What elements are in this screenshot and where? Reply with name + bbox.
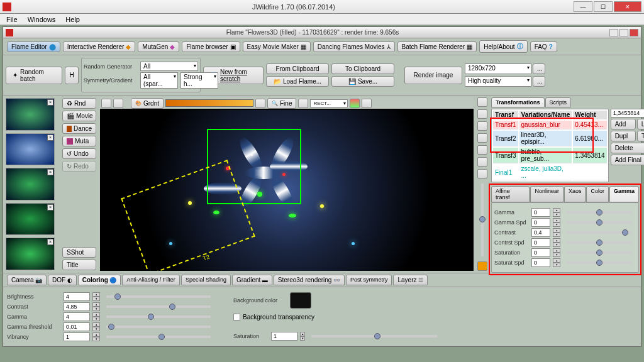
menu-help[interactable]: Help <box>62 14 84 25</box>
gt-input[interactable] <box>64 322 90 331</box>
hue-select[interactable]: Strong h... <box>180 72 218 89</box>
tool5[interactable] <box>362 99 372 108</box>
stepper[interactable]: ▴▾ <box>553 218 560 227</box>
help-about-tab[interactable]: Help/Aboutⓘ <box>479 40 527 53</box>
undo-button[interactable]: ↺ Undo <box>62 148 96 159</box>
gp-gamma-slider[interactable] <box>567 211 632 214</box>
render-canvas[interactable]: 🎨Grdnt 🔍Fine RECT... <box>100 97 474 271</box>
to-clipboard-button[interactable]: To Clipboard <box>331 63 394 74</box>
tool3[interactable] <box>255 99 265 108</box>
gt-slider[interactable] <box>106 326 211 328</box>
t-button[interactable]: T <box>637 131 644 141</box>
quality-select[interactable]: High quality <box>465 76 531 87</box>
bgtrans-checkbox[interactable] <box>233 314 240 321</box>
faq-tab[interactable]: FAQ? <box>530 41 557 52</box>
stepper[interactable]: ▴▾ <box>553 238 560 247</box>
symmetry-select[interactable]: All (spar... <box>140 72 178 89</box>
h-button[interactable]: H <box>65 67 79 84</box>
color-tab[interactable]: Color <box>586 186 609 202</box>
gp-satspd-slider[interactable] <box>567 261 632 264</box>
dancing-movies-tab[interactable]: Dancing Flames Movies⅄ <box>313 41 395 52</box>
save-button[interactable]: 💾 Save... <box>331 76 394 87</box>
gp-contrast-slider[interactable] <box>567 231 632 234</box>
grdnt-button[interactable]: 🎨Grdnt <box>131 98 164 109</box>
transform-table[interactable]: TransfVariations/NameWeight Transf1gauss… <box>491 109 609 182</box>
redo-button[interactable]: ↻ Redo <box>62 161 96 172</box>
shading-tab[interactable]: Special Shading <box>181 275 231 285</box>
thumbnail[interactable]: × <box>6 168 55 200</box>
contrast-slider[interactable] <box>106 305 211 308</box>
dupl-button[interactable]: Dupl <box>611 131 636 141</box>
mutagen-tab[interactable]: MutaGen◆ <box>138 41 179 52</box>
stereo-tab[interactable]: Stereo3d rendering 👓 <box>274 275 345 285</box>
color-tool[interactable] <box>350 99 360 108</box>
palette5[interactable] <box>477 145 487 155</box>
sshot-button[interactable]: SShot <box>62 247 96 258</box>
easy-movie-maker-tab[interactable]: Easy Movie Maker▦ <box>243 41 311 52</box>
sub-close-button[interactable] <box>630 29 638 36</box>
gamma-input[interactable] <box>64 312 90 321</box>
add-final-button[interactable]: Add Final <box>611 155 644 165</box>
stepper[interactable]: ▴▾ <box>92 332 100 341</box>
thumbnail[interactable]: × <box>6 203 55 236</box>
affine-tab[interactable]: Affine transf <box>491 186 530 202</box>
resolution-more-button[interactable]: ... <box>533 63 545 74</box>
palette4[interactable] <box>477 133 487 143</box>
thumb-close[interactable]: × <box>47 134 53 141</box>
title-button[interactable]: Title <box>62 260 96 270</box>
gp-gammaspd-slider[interactable] <box>567 221 632 224</box>
palette3[interactable] <box>477 121 487 131</box>
resolution-select[interactable]: 1280x720 <box>465 63 531 74</box>
coloring-tab[interactable]: Coloring 🔵 <box>78 275 121 285</box>
maximize-button[interactable]: ☐ <box>594 1 613 12</box>
stepper[interactable]: ▴▾ <box>92 292 100 301</box>
from-clipboard-button[interactable]: From Clipboard <box>266 63 329 74</box>
transformations-tab[interactable]: Transformations <box>491 97 545 107</box>
load-flame-button[interactable]: 📂 Load Flame... <box>266 76 329 87</box>
stepper[interactable]: ▴▾ <box>553 228 560 237</box>
stepper[interactable]: ▴▾ <box>553 208 560 217</box>
batch-renderer-tab[interactable]: Batch Flame Renderer▦ <box>397 41 477 52</box>
interactive-renderer-tab[interactable]: Interactive Renderer◆ <box>63 41 136 52</box>
thumbnail[interactable]: × <box>6 133 55 166</box>
camera-tab[interactable]: Camera 📷 <box>7 275 47 285</box>
gp-gammaspd-input[interactable] <box>531 218 550 227</box>
gp-satspd-input[interactable] <box>531 258 550 267</box>
palette6[interactable] <box>477 157 487 167</box>
weight-input[interactable] <box>611 109 644 118</box>
dof-tab[interactable]: DOF ◐ <box>48 275 77 285</box>
palette7[interactable] <box>477 169 487 178</box>
scripts-tab[interactable]: Scripts <box>545 97 572 107</box>
sat-slider[interactable] <box>311 335 437 337</box>
menu-windows[interactable]: Windows <box>24 14 60 25</box>
gradient-tab[interactable]: Gradient ▬ <box>232 275 272 285</box>
stepper[interactable]: ▴▾ <box>92 322 100 331</box>
dance-button[interactable]: Dance <box>62 123 96 134</box>
rnd-button[interactable]: ♻ Rnd <box>62 98 96 109</box>
flame-editor-tab[interactable]: Flame Editor⬤ <box>7 41 60 52</box>
gamma-tab[interactable]: Gamma <box>609 186 639 202</box>
stepper[interactable]: ▴▾ <box>553 248 560 257</box>
gp-contrast-input[interactable] <box>531 228 550 237</box>
add-button[interactable]: Add <box>611 119 636 129</box>
palette1[interactable] <box>477 97 487 107</box>
gamma-slider[interactable] <box>106 315 211 318</box>
stepper[interactable]: ▴▾ <box>300 332 305 341</box>
random-batch-button[interactable]: ✦ Random batch <box>6 67 62 84</box>
thumbnail[interactable]: × <box>6 98 55 131</box>
gp-gamma-input[interactable] <box>531 208 550 217</box>
stepper[interactable]: ▴▾ <box>92 302 100 311</box>
delete-button[interactable]: Delete <box>611 143 644 153</box>
stepper[interactable]: ▴▾ <box>553 258 560 267</box>
shape-select[interactable]: RECT... <box>310 99 348 107</box>
brightness-slider[interactable] <box>106 295 211 298</box>
contrast-input[interactable] <box>64 302 90 311</box>
render-image-button[interactable]: Render image <box>404 67 462 84</box>
gp-contrstspd-slider[interactable] <box>567 241 632 244</box>
aa-tab[interactable]: Anti-Aliasing / Filter <box>122 275 180 285</box>
muta-button[interactable]: Muta <box>62 136 96 146</box>
palette2[interactable] <box>477 109 487 119</box>
flame-browser-tab[interactable]: Flame browser▣ <box>182 41 240 52</box>
zoom-slider[interactable] <box>481 184 484 256</box>
sat-input[interactable] <box>271 332 297 341</box>
